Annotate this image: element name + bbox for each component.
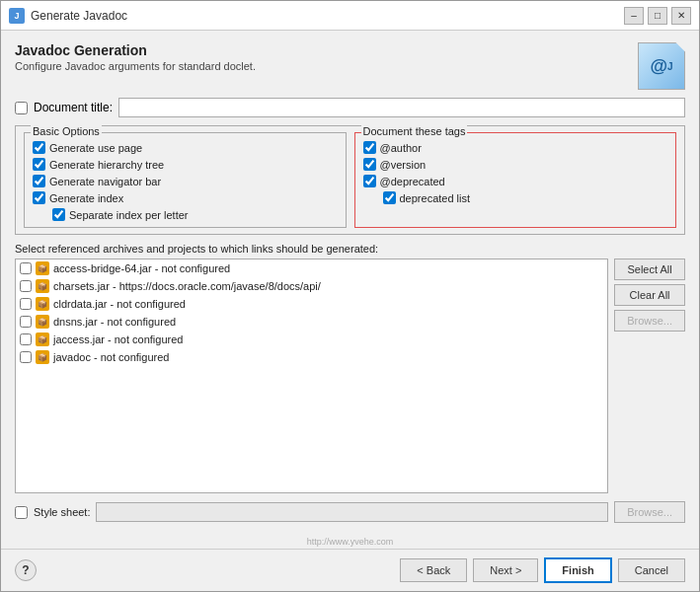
jar-icon-5: 📦 xyxy=(36,350,49,364)
option-generate-index-label: Generate index xyxy=(49,192,123,204)
style-sheet-label: Style sheet: xyxy=(34,506,90,518)
option-hierarchy-tree-checkbox[interactable] xyxy=(33,158,45,171)
option-hierarchy-tree-label: Generate hierarchy tree xyxy=(49,159,164,171)
main-window: J Generate Javadoc – □ ✕ Javadoc Generat… xyxy=(0,0,700,592)
archive-checkbox-4[interactable] xyxy=(20,333,32,345)
option-separate-index: Separate index per letter xyxy=(52,208,338,221)
titlebar: J Generate Javadoc – □ ✕ xyxy=(1,1,699,31)
basic-options-group: Basic Options Generate use page Generate… xyxy=(24,132,347,228)
javadoc-logo: @J xyxy=(638,42,685,90)
archives-main: 📦 access-bridge-64.jar - not configured … xyxy=(15,259,685,493)
archive-checkbox-2[interactable] xyxy=(20,298,32,310)
footer-right: < Back Next > Finish Cancel xyxy=(400,557,685,583)
cancel-button[interactable]: Cancel xyxy=(618,558,685,582)
next-button[interactable]: Next > xyxy=(473,558,538,582)
option-navigator-bar-checkbox[interactable] xyxy=(33,175,45,187)
list-item: 📦 dnsns.jar - not configured xyxy=(16,313,607,331)
browse-archives-button[interactable]: Browse... xyxy=(614,310,685,332)
doc-title-label: Document title: xyxy=(34,101,113,114)
browse-stylesheet-button[interactable]: Browse... xyxy=(614,501,685,523)
option-author-label: @author xyxy=(380,142,422,154)
option-version-checkbox[interactable] xyxy=(363,158,376,171)
archive-label-3: dnsns.jar - not configured xyxy=(53,316,176,328)
option-deprecated-checkbox[interactable] xyxy=(363,175,376,187)
page-title: Javadoc Generation xyxy=(15,42,256,58)
page-header: Javadoc Generation Configure Javadoc arg… xyxy=(15,42,685,90)
list-item: 📦 charsets.jar - https://docs.oracle.com… xyxy=(16,277,607,295)
option-use-page: Generate use page xyxy=(33,141,338,154)
archive-label-5: javadoc - not configured xyxy=(53,351,169,363)
archive-checkbox-1[interactable] xyxy=(20,280,32,292)
select-all-button[interactable]: Select All xyxy=(614,259,685,280)
option-separate-index-checkbox[interactable] xyxy=(52,208,65,221)
close-button[interactable]: ✕ xyxy=(671,7,691,25)
help-button[interactable]: ? xyxy=(15,559,37,581)
option-generate-index: Generate index xyxy=(33,191,338,204)
option-separate-index-label: Separate index per letter xyxy=(69,209,188,221)
style-sheet-input[interactable] xyxy=(96,502,608,522)
jar-icon-4: 📦 xyxy=(36,333,49,346)
option-deprecated-list-checkbox[interactable] xyxy=(383,191,396,204)
document-tags-group: Document these tags @author @version @de… xyxy=(354,132,677,228)
archive-label-2: cldrdata.jar - not configured xyxy=(53,298,186,310)
archive-label-1: charsets.jar - https://docs.oracle.com/j… xyxy=(53,280,321,292)
style-sheet-checkbox[interactable] xyxy=(15,506,28,519)
page-subtitle: Configure Javadoc arguments for standard… xyxy=(15,60,256,72)
doc-title-input[interactable] xyxy=(118,98,685,117)
maximize-button[interactable]: □ xyxy=(648,7,667,25)
option-version: @version xyxy=(363,158,668,171)
option-author-checkbox[interactable] xyxy=(363,141,376,154)
doc-title-checkbox[interactable] xyxy=(15,102,28,114)
clear-all-button[interactable]: Clear All xyxy=(614,284,685,306)
window-title: Generate Javadoc xyxy=(31,9,624,23)
page-header-text: Javadoc Generation Configure Javadoc arg… xyxy=(15,42,256,72)
option-deprecated-label: @deprecated xyxy=(380,176,445,187)
list-item: 📦 cldrdata.jar - not configured xyxy=(16,295,607,313)
titlebar-controls: – □ ✕ xyxy=(624,7,691,25)
window-icon: J xyxy=(9,8,25,24)
document-tags-title: Document these tags xyxy=(361,125,468,137)
option-navigator-bar: Generate navigator bar xyxy=(33,175,338,187)
footer: ? < Back Next > Finish Cancel xyxy=(1,549,699,591)
watermark: http://www.yvehe.com xyxy=(1,535,699,549)
archives-section: Select referenced archives and projects … xyxy=(15,243,685,493)
list-item: 📦 javadoc - not configured xyxy=(16,348,607,366)
back-button[interactable]: < Back xyxy=(400,558,467,582)
footer-left: ? xyxy=(15,559,37,581)
option-deprecated: @deprecated xyxy=(363,175,668,187)
jar-icon-0: 📦 xyxy=(36,261,49,275)
archive-checkbox-3[interactable] xyxy=(20,316,32,328)
option-navigator-bar-label: Generate navigator bar xyxy=(49,176,161,187)
list-item: 📦 access-bridge-64.jar - not configured xyxy=(16,259,607,277)
option-use-page-label: Generate use page xyxy=(49,142,142,154)
jar-icon-3: 📦 xyxy=(36,315,49,329)
content-area: Javadoc Generation Configure Javadoc arg… xyxy=(1,31,699,535)
style-sheet-row: Style sheet: Browse... xyxy=(15,501,685,523)
list-item: 📦 jaccess.jar - not configured xyxy=(16,331,607,348)
finish-button[interactable]: Finish xyxy=(544,557,611,583)
minimize-button[interactable]: – xyxy=(624,7,644,25)
archive-label-0: access-bridge-64.jar - not configured xyxy=(53,262,230,274)
option-author: @author xyxy=(363,141,668,154)
options-container: Basic Options Generate use page Generate… xyxy=(15,125,685,235)
archive-button-group: Select All Clear All Browse... xyxy=(614,259,685,493)
archive-checkbox-0[interactable] xyxy=(20,262,32,274)
basic-options-title: Basic Options xyxy=(31,125,102,137)
option-deprecated-list-label: deprecated list xyxy=(400,192,471,204)
archives-label: Select referenced archives and projects … xyxy=(15,243,685,255)
option-deprecated-list: deprecated list xyxy=(383,191,668,204)
jar-icon-1: 📦 xyxy=(36,279,49,293)
option-use-page-checkbox[interactable] xyxy=(33,141,45,154)
archives-list[interactable]: 📦 access-bridge-64.jar - not configured … xyxy=(15,259,608,493)
archive-label-4: jaccess.jar - not configured xyxy=(53,333,183,345)
archive-checkbox-5[interactable] xyxy=(20,351,32,363)
doc-title-row: Document title: xyxy=(15,98,685,117)
jar-icon-2: 📦 xyxy=(36,297,49,311)
option-generate-index-checkbox[interactable] xyxy=(33,191,45,204)
option-hierarchy-tree: Generate hierarchy tree xyxy=(33,158,338,171)
option-version-label: @version xyxy=(380,159,427,171)
